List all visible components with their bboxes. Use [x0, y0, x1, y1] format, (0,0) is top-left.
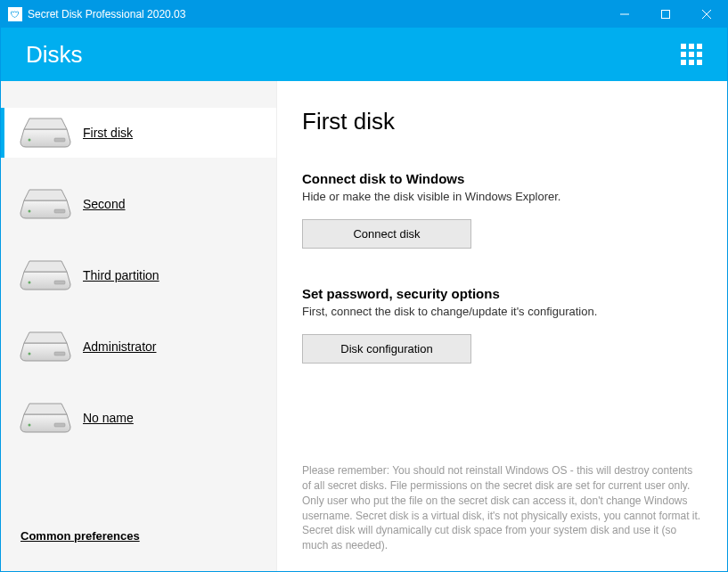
svg-point-6	[29, 210, 31, 213]
disk-icon	[19, 259, 72, 291]
maximize-button[interactable]	[645, 1, 686, 28]
connect-section: Connect disk to Windows Hide or make the…	[302, 171, 702, 249]
disk-heading: First disk	[302, 108, 702, 135]
main-panel: First disk Connect disk to Windows Hide …	[277, 81, 727, 571]
svg-rect-9	[54, 281, 65, 284]
titlebar: 🛡 Secret Disk Professional 2020.03	[1, 1, 727, 28]
close-button[interactable]	[686, 1, 727, 28]
connect-disk-button[interactable]: Connect disk	[302, 219, 471, 249]
sidebar-disk-item[interactable]: No name	[1, 393, 276, 443]
svg-rect-5	[54, 138, 65, 142]
sidebar-disk-item[interactable]: Administrator	[1, 322, 276, 372]
security-section-desc: First, connect the disk to change/update…	[302, 305, 702, 318]
sidebar: First disk Second Third partition	[1, 81, 277, 571]
disk-label: Administrator	[83, 339, 156, 354]
disk-label: Third partition	[83, 268, 160, 282]
page-title: Disks	[26, 41, 681, 69]
svg-rect-11	[54, 352, 65, 355]
svg-rect-7	[54, 209, 65, 213]
svg-point-12	[29, 424, 31, 427]
svg-point-10	[29, 353, 31, 355]
disk-configuration-button[interactable]: Disk configuration	[302, 334, 471, 364]
minimize-button[interactable]	[604, 1, 645, 28]
disk-icon	[19, 331, 72, 363]
disk-label: First disk	[83, 126, 133, 140]
disk-label: Second	[83, 197, 125, 211]
content: First disk Second Third partition	[1, 81, 727, 571]
security-section-title: Set password, security options	[302, 286, 702, 301]
maximize-icon	[661, 10, 670, 19]
disk-label: No name	[83, 411, 134, 425]
svg-point-4	[29, 139, 31, 142]
connect-section-title: Connect disk to Windows	[302, 171, 702, 186]
disclaimer-text: Please remember: You should not reinstal…	[302, 463, 702, 553]
minimize-icon	[620, 10, 629, 19]
sidebar-disk-item[interactable]: Second	[1, 179, 276, 229]
app-icon: 🛡	[8, 7, 22, 21]
disk-icon	[19, 188, 72, 220]
security-section: Set password, security options First, co…	[302, 286, 702, 364]
window-title: Secret Disk Professional 2020.03	[28, 8, 185, 20]
common-preferences-link[interactable]: Common preferences	[20, 529, 140, 543]
svg-point-8	[29, 282, 31, 284]
disk-icon	[19, 117, 72, 149]
header: Disks	[1, 28, 727, 81]
close-icon	[702, 10, 711, 19]
disk-icon	[19, 402, 72, 434]
connect-section-desc: Hide or make the disk visible in Windows…	[302, 190, 702, 203]
svg-rect-13	[54, 423, 65, 427]
menu-grid-button[interactable]	[681, 44, 702, 65]
svg-rect-1	[662, 11, 670, 19]
sidebar-disk-item[interactable]: Third partition	[1, 250, 276, 300]
sidebar-disk-item[interactable]: First disk	[1, 108, 276, 158]
